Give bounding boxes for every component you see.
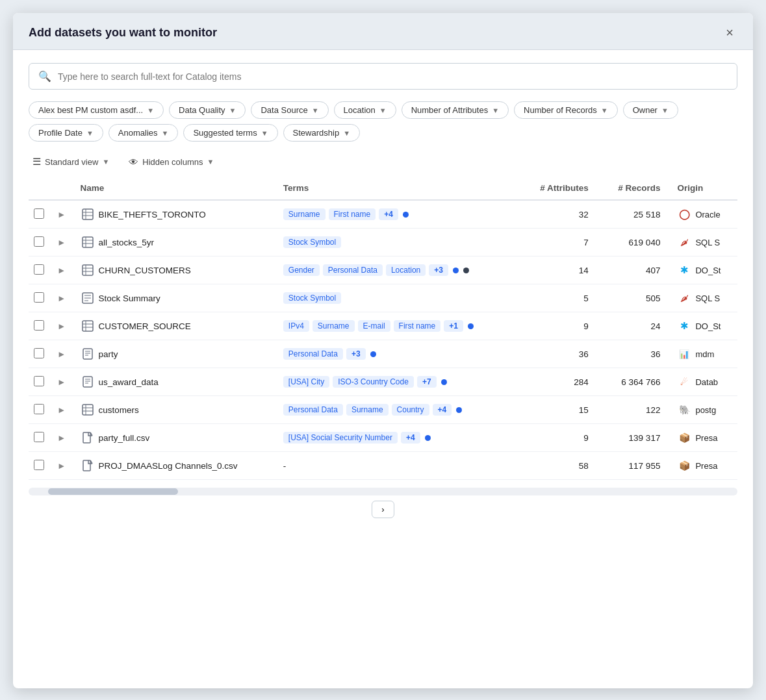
- svg-rect-20: [83, 349, 92, 359]
- attributes-value: 58: [521, 452, 600, 480]
- view-controls: ☰ Standard view ▼ 👁 Hidden columns ▼: [29, 153, 737, 170]
- name-cell: CHURN_CUSTOMERS: [75, 256, 278, 284]
- chevron-down-icon: ▼: [379, 106, 387, 114]
- filter-chip-st[interactable]: Suggested terms ▼: [183, 124, 277, 142]
- records-value: 117 955: [600, 452, 672, 480]
- csv-icon: [81, 458, 95, 473]
- table-row: ► Stock Summary Stock Symbol: [29, 284, 737, 312]
- svg-rect-16: [83, 321, 93, 331]
- row-expander[interactable]: ►: [52, 424, 75, 452]
- terms-cell: [USA] City ISO-3 Country Code +7: [278, 368, 521, 396]
- do-icon: ✱: [677, 263, 691, 277]
- dataset-table: Name Terms # Attributes # Records Origin…: [29, 177, 737, 480]
- chevron-down-icon: ▼: [147, 106, 154, 114]
- origin-cell: 🐘 postg: [672, 396, 737, 424]
- row-checkbox[interactable]: [29, 284, 52, 312]
- origin-column-header: Origin: [672, 177, 737, 200]
- svg-rect-28: [83, 405, 93, 415]
- search-bar: 🔍: [29, 63, 737, 90]
- chevron-down-icon: ▼: [492, 106, 499, 114]
- select-all-header: [29, 177, 52, 200]
- chevron-down-icon: ▼: [162, 129, 169, 137]
- chevron-down-icon: ▼: [343, 129, 350, 137]
- name-cell: PROJ_DMAASLog Channels_0.csv: [75, 452, 278, 480]
- filter-chip-owner[interactable]: Owner ▼: [623, 101, 678, 119]
- table-row: ► all_stocks_5yr Stock Symbol: [29, 229, 737, 256]
- table-icon: [81, 235, 95, 249]
- pagination-button[interactable]: ›: [372, 501, 394, 518]
- standard-view-button[interactable]: ☰ Standard view ▼: [29, 153, 113, 170]
- filter-chip-stew[interactable]: Stewardship ▼: [283, 124, 360, 142]
- filter-chip-pd[interactable]: Profile Date ▼: [29, 124, 103, 142]
- records-value: 24: [600, 312, 672, 340]
- hidden-columns-button[interactable]: 👁 Hidden columns ▼: [125, 154, 218, 170]
- row-expander[interactable]: ►: [52, 368, 75, 396]
- chevron-down-icon: ▼: [661, 106, 669, 114]
- svg-rect-34: [83, 460, 90, 471]
- filter-chip-noa[interactable]: Number of Attributes ▼: [402, 101, 509, 119]
- row-expander[interactable]: ►: [52, 312, 75, 340]
- search-input[interactable]: [58, 71, 728, 82]
- records-value: 36: [600, 340, 672, 368]
- row-checkbox[interactable]: [29, 368, 52, 396]
- chevron-down-icon: ▼: [601, 106, 608, 114]
- filter-chip-anom[interactable]: Anomalies ▼: [109, 124, 179, 142]
- row-checkbox[interactable]: [29, 340, 52, 368]
- modal-header: Add datasets you want to monitor ×: [13, 13, 753, 50]
- hidden-columns-icon: 👁: [129, 156, 138, 168]
- row-checkbox[interactable]: [29, 229, 52, 256]
- row-expander[interactable]: ►: [52, 452, 75, 480]
- chevron-down-icon: ▼: [229, 106, 236, 114]
- terms-column-header: Terms: [278, 177, 521, 200]
- row-checkbox[interactable]: [29, 256, 52, 284]
- table-row: ► us_award_data [USA] City: [29, 368, 737, 396]
- horizontal-scrollbar[interactable]: [29, 488, 737, 495]
- origin-cell: ✱ DO_St: [672, 256, 737, 284]
- table-view-icon: ☰: [32, 156, 41, 168]
- table-icon: [81, 263, 95, 277]
- attributes-value: 32: [521, 200, 600, 229]
- do-icon: ✱: [677, 319, 691, 333]
- row-checkbox[interactable]: [29, 452, 52, 480]
- table-row: ► customers Personal Data: [29, 396, 737, 424]
- filter-chip-loc[interactable]: Location ▼: [334, 101, 396, 119]
- terms-cell: Surname First name +4: [278, 200, 521, 229]
- row-expander[interactable]: ►: [52, 396, 75, 424]
- row-expander[interactable]: ►: [52, 340, 75, 368]
- origin-cell: 📦 Presa: [672, 424, 737, 452]
- table-icon: [81, 319, 95, 333]
- origin-cell: ◯ Oracle: [672, 200, 737, 229]
- row-checkbox[interactable]: [29, 424, 52, 452]
- name-column-header: Name: [75, 177, 278, 200]
- table-row: ► CHURN_CUSTOMERS Gender: [29, 256, 737, 284]
- row-checkbox[interactable]: [29, 312, 52, 340]
- svg-rect-8: [83, 265, 93, 275]
- close-button[interactable]: ×: [722, 25, 737, 40]
- modal-container: Add datasets you want to monitor × 🔍 Ale…: [13, 13, 753, 688]
- scrollbar-thumb[interactable]: [48, 488, 178, 495]
- table-row: ► party Personal Data: [29, 340, 737, 368]
- terms-cell: Stock Symbol: [278, 284, 521, 312]
- mdm-icon: 📊: [677, 347, 691, 361]
- row-expander[interactable]: ►: [52, 200, 75, 229]
- summary-icon: [81, 291, 95, 305]
- svg-rect-0: [83, 209, 93, 219]
- chevron-down-icon: ▼: [312, 106, 319, 114]
- filter-chip-alex[interactable]: Alex best PM custom asdf... ▼: [29, 101, 164, 119]
- name-cell: Stock Summary: [75, 284, 278, 312]
- filter-chip-ds[interactable]: Data Source ▼: [251, 101, 328, 119]
- filter-chip-nor[interactable]: Number of Records ▼: [514, 101, 618, 119]
- origin-cell: 📊 mdm: [672, 340, 737, 368]
- filter-chip-dq[interactable]: Data Quality ▼: [169, 101, 246, 119]
- svg-rect-24: [83, 377, 92, 387]
- row-expander[interactable]: ►: [52, 284, 75, 312]
- name-cell: party_full.csv: [75, 424, 278, 452]
- terms-cell: -: [278, 452, 521, 480]
- svg-rect-32: [83, 432, 90, 443]
- row-expander[interactable]: ►: [52, 256, 75, 284]
- terms-cell: Personal Data +3: [278, 340, 521, 368]
- records-column-header: # Records: [600, 177, 672, 200]
- row-expander[interactable]: ►: [52, 229, 75, 256]
- row-checkbox[interactable]: [29, 396, 52, 424]
- row-checkbox[interactable]: [29, 200, 52, 229]
